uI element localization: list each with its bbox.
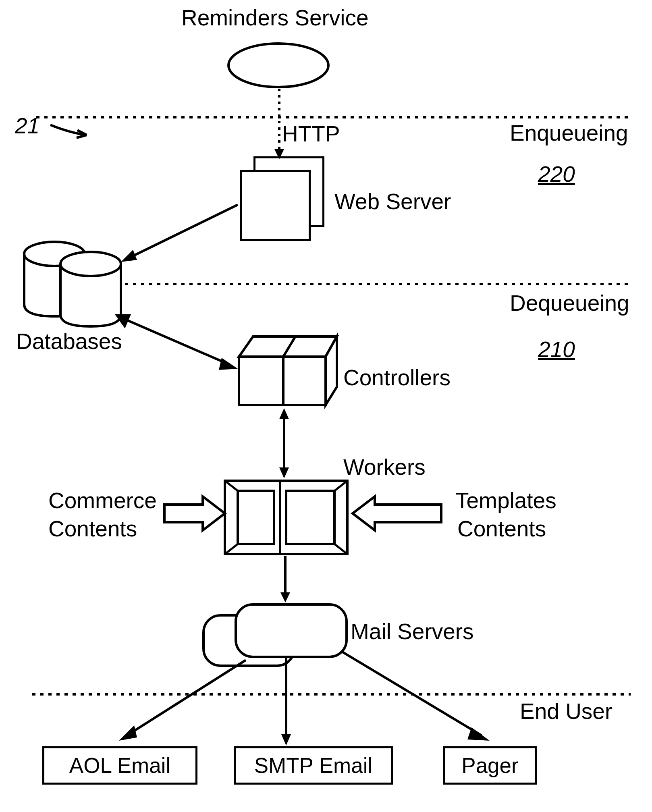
block-arrow-commerce — [164, 496, 227, 531]
svg-marker-31 — [279, 408, 289, 419]
node-label-webserver: Web Server — [334, 189, 451, 214]
svg-point-0 — [228, 44, 328, 87]
svg-point-2 — [60, 252, 121, 276]
svg-marker-26 — [121, 250, 137, 262]
output-label-pager: Pager — [461, 753, 518, 778]
svg-marker-18 — [164, 496, 225, 530]
svg-marker-38 — [281, 734, 291, 746]
svg-marker-10 — [286, 491, 334, 544]
node-label-databases: Databases — [16, 328, 122, 354]
node-label-templates-l1: Templates — [455, 488, 556, 513]
pager-box: Pager — [443, 746, 537, 785]
svg-marker-19 — [353, 496, 441, 530]
svg-marker-34 — [280, 592, 290, 602]
diagram-title: Reminders Service — [181, 5, 369, 31]
client-node — [226, 42, 330, 89]
node-label-commerce-l1: Commerce — [48, 488, 157, 513]
section-line-1 — [36, 115, 631, 119]
node-label-workers: Workers — [343, 454, 426, 480]
svg-marker-36 — [119, 725, 137, 741]
node-label-controllers: Controllers — [343, 365, 451, 390]
node-label-commerce-l2: Contents — [48, 516, 137, 542]
block-arrow-templates — [351, 496, 443, 531]
svg-line-39 — [343, 652, 482, 735]
aol-email-box: AOL Email — [42, 746, 197, 785]
svg-marker-24 — [274, 149, 284, 159]
arrow-mail-smtp — [280, 658, 292, 747]
svg-line-25 — [129, 205, 238, 258]
svg-line-27 — [123, 318, 230, 365]
arrow-mail-aol — [115, 657, 252, 748]
section-label-enqueueing: Enqueueing — [510, 120, 628, 146]
node-label-templates-l2: Contents — [457, 516, 546, 542]
node-label-mailservers: Mail Servers — [351, 619, 474, 644]
arrow-webserver-databases — [117, 201, 246, 266]
section-line-2 — [125, 282, 631, 286]
svg-rect-17 — [236, 604, 347, 657]
output-label-smtp: SMTP Email — [254, 753, 373, 778]
arrow-controllers-workers — [278, 407, 290, 480]
arrow-workers-mailservers — [279, 556, 291, 604]
svg-marker-32 — [279, 467, 289, 478]
webserver-node-front — [240, 170, 311, 241]
arrow-client-webserver — [273, 89, 285, 161]
ref-marker-21: 21 — [15, 113, 39, 139]
node-label-http: HTTP — [282, 121, 340, 147]
section-ref-210: 210 — [538, 336, 575, 362]
section-label-dequeueing: Dequeueing — [510, 290, 629, 316]
svg-marker-29 — [219, 358, 238, 370]
arrow-databases-controllers — [111, 308, 244, 377]
svg-line-35 — [127, 660, 246, 735]
arrow-mail-pager — [338, 649, 496, 748]
svg-marker-9 — [238, 491, 274, 544]
section-label-enduser: End User — [520, 698, 612, 724]
workers-node — [224, 480, 349, 555]
section-ref-220: 220 — [538, 161, 575, 187]
output-label-aol: AOL Email — [69, 753, 170, 778]
smtp-email-box: SMTP Email — [234, 746, 393, 785]
svg-marker-4 — [239, 336, 337, 357]
